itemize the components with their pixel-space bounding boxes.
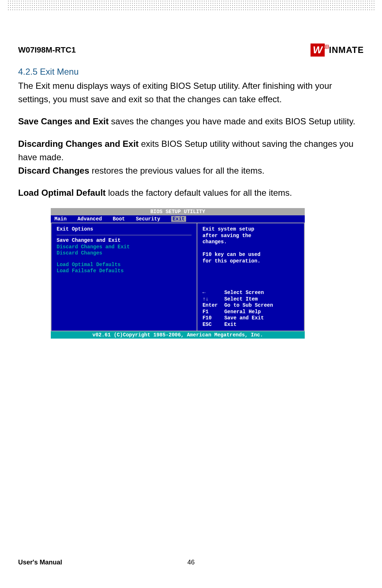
bios-nav-row: ←Select Screen <box>202 290 299 296</box>
bios-option[interactable]: Load Failsafe Defaults <box>57 268 192 274</box>
bios-footer: v02.61 (C)Copyright 1985-2006, American … <box>51 331 305 339</box>
bios-option[interactable]: Discard Changes <box>57 250 192 257</box>
discard-exit-label: Discarding Changes and Exit <box>18 139 139 149</box>
save-text: saves the changes you have made and exit… <box>108 116 355 126</box>
winmate-logo: W)))INMATE <box>311 44 364 57</box>
bios-tab-advanced[interactable]: Advanced <box>78 216 102 222</box>
page-content: W07I98M-RTC1 W)))INMATE 4.2.5 Exit Menu … <box>0 0 382 339</box>
bios-nav-row: ↑↓Select Item <box>202 296 299 303</box>
page-number: 46 <box>187 559 194 566</box>
bios-divider <box>57 235 192 235</box>
discard-text: restores the previous values for all the… <box>89 166 264 175</box>
bios-tab-main[interactable]: Main <box>54 216 67 222</box>
save-paragraph: Save Canges and Exit saves the changes y… <box>18 115 364 128</box>
page-footer: User's Manual 46 <box>18 559 364 566</box>
bios-option[interactable]: Discard Changes and Exit <box>57 244 192 250</box>
bios-nav-help: ←Select Screen↑↓Select ItemEnterGo to Su… <box>202 290 299 328</box>
discard-paragraph: Discarding Changes and Exit exits BIOS S… <box>18 137 364 178</box>
document-header: W07I98M-RTC1 W)))INMATE <box>18 44 364 57</box>
optimal-text: loads the factory default values for all… <box>106 188 292 198</box>
bios-nav-row: F10Save and Exit <box>202 315 299 322</box>
bios-help-text: Exit system setupafter saving thechanges… <box>202 226 299 264</box>
logo-w-icon: W <box>311 44 324 57</box>
logo-text: INMATE <box>329 45 364 55</box>
intro-paragraph: The Exit menu displays ways of exiting B… <box>18 79 364 106</box>
bios-tab-security[interactable]: Security <box>136 216 160 222</box>
bios-left-pane: Exit Options Save Changes and ExitDiscar… <box>52 223 197 331</box>
model-number: W07I98M-RTC1 <box>18 45 76 55</box>
optimal-label: Load Optimal Default <box>18 188 106 198</box>
save-label: Save Canges and Exit <box>18 116 108 126</box>
bios-right-pane: Exit system setupafter saving thechanges… <box>197 223 304 331</box>
discard-label: Discard Changes <box>18 166 89 175</box>
bios-menu-bar: MainAdvancedBootSecurityExit <box>51 215 305 223</box>
bios-nav-row: F1General Help <box>202 309 299 315</box>
bios-body: Exit Options Save Changes and ExitDiscar… <box>51 223 305 331</box>
section-heading: 4.2.5 Exit Menu <box>18 67 364 77</box>
footer-label: User's Manual <box>18 559 62 566</box>
bios-screenshot: BIOS SETUP UTILITY MainAdvancedBootSecur… <box>51 208 305 339</box>
bios-tab-exit[interactable]: Exit <box>171 216 186 222</box>
bios-exit-options-heading: Exit Options <box>57 226 192 233</box>
bios-option[interactable]: Load Optimal Defaults <box>57 262 192 268</box>
bios-nav-row: EnterGo to Sub Screen <box>202 302 299 309</box>
bios-option[interactable]: Save Changes and Exit <box>57 237 192 244</box>
bios-nav-row: ESCExit <box>202 322 299 328</box>
bios-tab-boot[interactable]: Boot <box>113 216 125 222</box>
optimal-paragraph: Load Optimal Default loads the factory d… <box>18 186 364 199</box>
page-border-top <box>7 0 375 11</box>
antenna-icon: ))) <box>325 44 329 49</box>
bios-title: BIOS SETUP UTILITY <box>51 208 305 215</box>
